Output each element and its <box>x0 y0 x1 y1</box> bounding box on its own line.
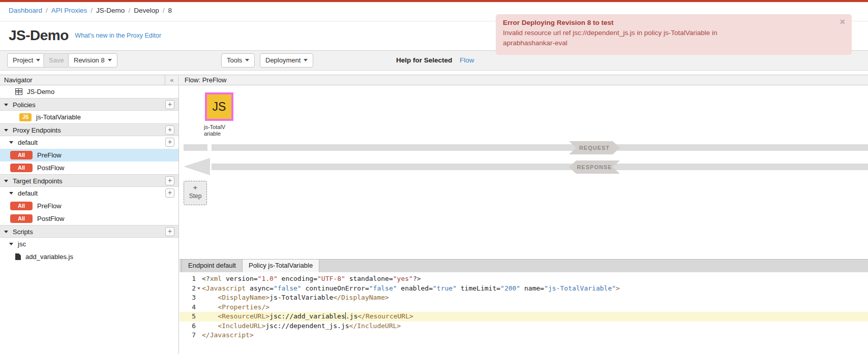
sidebar-item-default[interactable]: default+ <box>0 187 178 200</box>
code-editor[interactable]: 1<?xml version="1.0" encoding="UTF-8" st… <box>179 272 868 354</box>
line-number: 1 <box>183 274 196 284</box>
code-token: <IncludeURL> <box>218 322 265 330</box>
code-token: "UTF-8" <box>317 275 345 282</box>
policy-node-js-totalvariable[interactable]: JS <box>205 92 233 121</box>
save-button[interactable]: Save <box>43 53 70 68</box>
sidebar-item-policies[interactable]: Policies+ <box>0 98 178 111</box>
add-step-label: Step <box>184 192 206 200</box>
code-token: "1.0" <box>258 275 278 282</box>
fold-slot <box>196 284 202 294</box>
code-line[interactable]: 7</Javascript> <box>179 331 868 340</box>
tab-endpoint-default[interactable]: Endpoint default <box>182 260 243 272</box>
plus-icon: + <box>184 181 206 192</box>
project-button[interactable]: Project <box>7 53 46 68</box>
code-token <box>202 312 218 320</box>
sidebar-item-js-demo[interactable]: JS-Demo <box>0 85 178 98</box>
code-line[interactable]: 6 <IncludeURL>jsc://dependent_js.js</Inc… <box>179 321 868 331</box>
add-button[interactable]: + <box>165 176 174 185</box>
code-token <box>202 322 218 330</box>
editor-tabs: Endpoint defaultPolicy js-TotalVariable <box>179 259 868 272</box>
response-arrowhead-icon <box>184 158 210 175</box>
triangle-down-icon <box>9 141 13 144</box>
sidebar-item-preflow[interactable]: AllPreFlow <box>0 149 178 162</box>
sidebar-item-js-totalvariable[interactable]: JSjs-TotalVariable <box>0 111 178 123</box>
code-line[interactable]: 2<Javascript async="false" continueOnErr… <box>179 284 868 294</box>
code-token: "yes" <box>393 275 413 282</box>
sidebar-item-label: default <box>18 189 38 197</box>
close-icon[interactable]: × <box>840 17 845 27</box>
breadcrumb-item-8: 8 <box>168 7 172 14</box>
sidebar-item-label: Scripts <box>13 228 33 236</box>
sidebar-item-label: PostFlow <box>37 215 64 222</box>
sidebar-item-jsc[interactable]: jsc <box>0 238 178 250</box>
whats-new-link[interactable]: What's new in the Proxy Editor <box>75 32 161 39</box>
code-token: async= <box>246 284 274 292</box>
revision-button[interactable]: Revision 8 <box>68 53 117 68</box>
code-token: name= <box>520 284 544 292</box>
all-condition-badge: All <box>10 214 33 223</box>
code-token: <DisplayName> <box>218 294 270 301</box>
triangle-down-icon <box>4 231 8 233</box>
sidebar-item-label: JS-Demo <box>27 88 54 95</box>
chevron-down-icon <box>108 59 112 61</box>
code-token: standalone= <box>345 275 393 282</box>
collapse-panel-button[interactable]: « <box>165 75 178 85</box>
code-line[interactable]: 1<?xml version="1.0" encoding="UTF-8" st… <box>179 274 868 284</box>
breadcrumb-item-develop: Develop <box>134 7 159 14</box>
deployment-button-label: Deployment <box>265 56 301 64</box>
sidebar-item-default[interactable]: default+ <box>0 136 178 149</box>
code-token: </DisplayName> <box>333 294 389 301</box>
triangle-down-icon <box>9 243 13 245</box>
sidebar-item-add-variables-js[interactable]: add_variables.js <box>0 250 178 263</box>
breadcrumb-item-dashboard[interactable]: Dashboard <box>9 7 42 14</box>
code-token: "false" <box>369 284 397 292</box>
navigator-title: Navigator <box>4 76 33 84</box>
sidebar-item-label: PreFlow <box>37 202 62 210</box>
add-button[interactable]: + <box>165 227 174 236</box>
tools-button[interactable]: Tools <box>221 53 255 68</box>
code-token <box>202 303 218 311</box>
code-line[interactable]: 3 <DisplayName>js-TotalVariable</Display… <box>179 293 868 303</box>
help-for-selected-label: Help for Selected <box>396 56 452 64</box>
line-number: 2 <box>183 284 196 294</box>
code-token: encoding= <box>278 275 317 282</box>
sidebar-item-target-endpoints[interactable]: Target Endpoints+ <box>0 174 178 187</box>
error-alert-message: Invalid resource url ref jsc://dependent… <box>503 28 756 48</box>
deployment-button[interactable]: Deployment <box>260 53 313 68</box>
add-button[interactable]: + <box>165 138 174 147</box>
flow-help-link[interactable]: Flow <box>460 56 474 64</box>
add-button[interactable]: + <box>165 188 174 198</box>
triangle-down-icon <box>9 192 13 195</box>
sidebar-item-scripts[interactable]: Scripts+ <box>0 225 178 238</box>
breadcrumb: Dashboard/API Proxies/JS-Demo/Develop/8 <box>9 7 172 14</box>
page-title: JS-Demo <box>9 27 69 43</box>
code-line[interactable]: 5 <ResourceURL>jsc://add_variables.js</R… <box>179 312 868 321</box>
code-token: .js <box>346 312 357 320</box>
sidebar-item-label: default <box>18 139 38 146</box>
code-token: </ResourceURL> <box>357 312 413 320</box>
response-arrow-bar <box>212 164 868 170</box>
code-token: <ResourceURL> <box>218 312 270 320</box>
sidebar-item-proxy-endpoints[interactable]: Proxy Endpoints+ <box>0 123 178 136</box>
code-token: > <box>616 284 620 292</box>
grid-icon <box>15 88 22 95</box>
line-number: 7 <box>183 331 196 340</box>
breadcrumb-separator: / <box>163 7 165 14</box>
request-label-badge: REQUEST <box>569 141 620 154</box>
code-token: jsc://add_variables <box>270 312 345 320</box>
sidebar-item-preflow[interactable]: AllPreFlow <box>0 200 178 212</box>
breadcrumb-separator: / <box>46 7 48 14</box>
error-alert-title: Error Deploying Revision 8 to test <box>503 19 845 26</box>
line-number: 3 <box>183 293 196 303</box>
main-area: Navigator « JS-DemoPolicies+JSjs-TotalVa… <box>0 75 868 354</box>
breadcrumb-item-api-proxies[interactable]: API Proxies <box>51 7 87 14</box>
add-button[interactable]: + <box>165 100 174 109</box>
code-line[interactable]: 4 <Properties/> <box>179 303 868 312</box>
add-step-button[interactable]: + Step <box>184 181 207 205</box>
flow-canvas: JS js-TotalV ariable REQUEST RESPONSE + … <box>179 85 868 259</box>
sidebar-item-postflow[interactable]: AllPostFlow <box>0 162 178 174</box>
tab-policy-js-totalvariable[interactable]: Policy js-TotalVariable <box>243 260 319 272</box>
sidebar-item-postflow[interactable]: AllPostFlow <box>0 212 178 225</box>
fold-arrow-icon[interactable] <box>197 287 200 289</box>
add-button[interactable]: + <box>165 125 174 135</box>
